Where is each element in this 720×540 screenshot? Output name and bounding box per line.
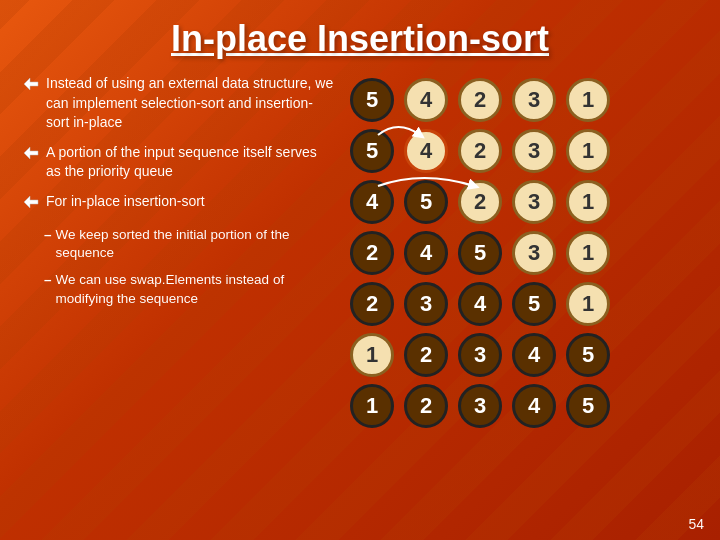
bullet-2-text: A portion of the input sequence itself s… — [46, 143, 334, 182]
cell-r2-c4: 3 — [512, 129, 556, 173]
cell-r5-c1: 2 — [350, 282, 394, 326]
cell-r4-c1: 2 — [350, 231, 394, 275]
bullet-1-text: Instead of using an external data struct… — [46, 74, 334, 133]
array-row-7: 1 2 3 4 5 — [350, 384, 696, 428]
cell-r7-c5: 5 — [566, 384, 610, 428]
cell-r6-c2: 2 — [404, 333, 448, 377]
arrow-r3 — [358, 168, 508, 190]
cell-r6-c3: 3 — [458, 333, 502, 377]
cell-r7-c1: 1 — [350, 384, 394, 428]
cell-r5-c3: 4 — [458, 282, 502, 326]
cell-r4-c5: 1 — [566, 231, 610, 275]
sub-bullet-2-text: We can use swap.Elements instead of modi… — [56, 271, 334, 309]
array-row-4: 2 4 5 3 1 — [350, 231, 696, 275]
right-panel: 5 4 2 3 1 5 4 2 3 1 — [350, 74, 696, 428]
cell-r3-c5: 1 — [566, 180, 610, 224]
cell-r1-c3: 2 — [458, 78, 502, 122]
dash-1: – — [44, 226, 52, 245]
bullet-3-text: For in-place insertion-sort — [46, 192, 205, 212]
cell-r1-c2: 4 — [404, 78, 448, 122]
array-row-1: 5 4 2 3 1 — [350, 78, 696, 122]
cell-r4-c4: 3 — [512, 231, 556, 275]
cell-r6-c5: 5 — [566, 333, 610, 377]
cell-r1-c4: 3 — [512, 78, 556, 122]
slide-title: In-place Insertion-sort — [24, 18, 696, 60]
sub-bullets: – We keep sorted the initial portion of … — [44, 226, 334, 310]
array-row-3: 4 5 2 3 1 — [350, 180, 696, 224]
cell-r6-c1: 1 — [350, 333, 394, 377]
cell-r6-c4: 4 — [512, 333, 556, 377]
arrow-r2 — [358, 117, 458, 139]
cell-r7-c2: 2 — [404, 384, 448, 428]
cell-r2-c5: 1 — [566, 129, 610, 173]
bullet-icon-2 — [24, 145, 40, 167]
bullet-1: Instead of using an external data struct… — [24, 74, 334, 133]
left-panel: Instead of using an external data struct… — [24, 74, 334, 428]
cell-r4-c3: 5 — [458, 231, 502, 275]
slide: In-place Insertion-sort Instead of using… — [0, 0, 720, 540]
bullet-icon-3 — [24, 194, 40, 216]
bullet-2: A portion of the input sequence itself s… — [24, 143, 334, 182]
page-number: 54 — [688, 516, 704, 532]
cell-r7-c4: 4 — [512, 384, 556, 428]
cell-r5-c5: 1 — [566, 282, 610, 326]
dash-2: – — [44, 271, 52, 290]
sub-bullet-2: – We can use swap.Elements instead of mo… — [44, 271, 334, 309]
array-row-6: 1 2 3 4 5 — [350, 333, 696, 377]
sub-bullet-1: – We keep sorted the initial portion of … — [44, 226, 334, 264]
cell-r5-c4: 5 — [512, 282, 556, 326]
svg-marker-2 — [24, 196, 38, 208]
cell-r4-c2: 4 — [404, 231, 448, 275]
content-area: Instead of using an external data struct… — [24, 74, 696, 428]
array-row-5: 2 3 4 5 1 — [350, 282, 696, 326]
sub-bullet-1-text: We keep sorted the initial portion of th… — [56, 226, 334, 264]
cell-r3-c4: 3 — [512, 180, 556, 224]
svg-marker-1 — [24, 147, 38, 159]
array-row-2: 5 4 2 3 1 — [350, 129, 696, 173]
cell-r2-c3: 2 — [458, 129, 502, 173]
bullet-3: For in-place insertion-sort — [24, 192, 334, 216]
bullet-icon-1 — [24, 76, 40, 98]
cell-r1-c1: 5 — [350, 78, 394, 122]
cell-r5-c2: 3 — [404, 282, 448, 326]
cell-r7-c3: 3 — [458, 384, 502, 428]
svg-marker-0 — [24, 78, 38, 90]
cell-r1-c5: 1 — [566, 78, 610, 122]
